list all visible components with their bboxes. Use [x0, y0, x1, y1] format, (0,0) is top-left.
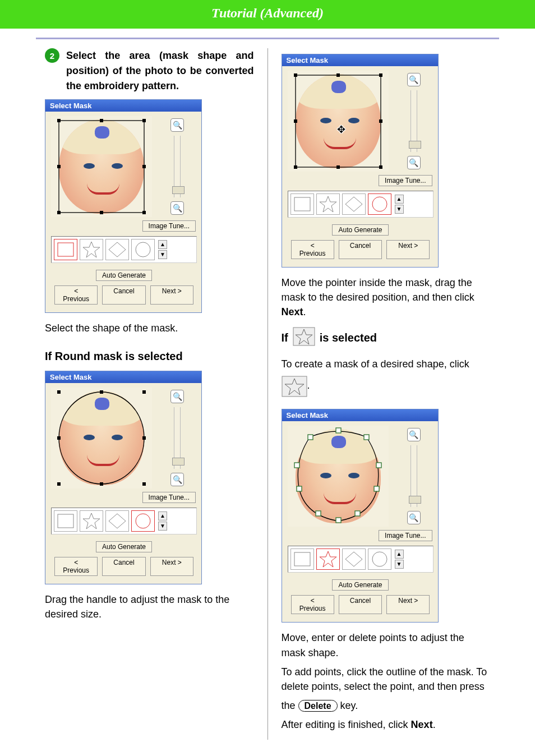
- shape-star[interactable]: [316, 193, 340, 215]
- cancel-button[interactable]: Cancel: [339, 240, 382, 259]
- svg-rect-15: [100, 390, 103, 394]
- shape-star[interactable]: [80, 239, 103, 260]
- zoom-in-button[interactable]: 🔍: [407, 428, 421, 441]
- auto-generate-button[interactable]: Auto Generate: [332, 224, 388, 236]
- next-button[interactable]: Next >: [386, 595, 430, 614]
- shape-scroll-down[interactable]: ▼: [395, 205, 404, 214]
- cancel-button[interactable]: Cancel: [102, 285, 145, 305]
- zoom-in-button[interactable]: 🔍: [170, 390, 184, 403]
- image-tune-button[interactable]: Image Tune...: [379, 530, 432, 541]
- zoom-out-button[interactable]: 🔍: [407, 511, 421, 524]
- svg-rect-32: [294, 165, 297, 169]
- zoom-in-button[interactable]: 🔍: [170, 118, 184, 132]
- svg-rect-53: [294, 552, 310, 566]
- svg-rect-3: [142, 119, 146, 122]
- svg-marker-24: [109, 514, 126, 528]
- mask-shape-selector: ▲▼: [51, 236, 197, 263]
- svg-marker-37: [345, 197, 362, 211]
- svg-point-13: [59, 392, 144, 484]
- step-number-badge: 2: [45, 48, 59, 63]
- next-button[interactable]: Next >: [150, 557, 193, 576]
- shape-scroll-down[interactable]: ▼: [395, 560, 404, 569]
- svg-rect-27: [294, 73, 297, 77]
- svg-point-25: [136, 514, 150, 528]
- shape-diamond[interactable]: [342, 193, 366, 215]
- caption-move-pointer: Move the pointer inside the mask, drag t…: [282, 275, 491, 319]
- next-button[interactable]: Next >: [150, 285, 193, 305]
- shape-round[interactable]: [368, 193, 391, 215]
- svg-rect-50: [316, 511, 321, 516]
- mask-preview[interactable]: [51, 116, 152, 217]
- svg-rect-26: [296, 75, 381, 167]
- delete-key-label: Delete: [298, 700, 338, 712]
- shape-rectangle[interactable]: [54, 239, 77, 260]
- zoom-slider[interactable]: [174, 136, 181, 197]
- zoom-out-button[interactable]: 🔍: [407, 156, 421, 169]
- svg-rect-31: [379, 119, 382, 123]
- cancel-button[interactable]: Cancel: [102, 557, 145, 576]
- auto-generate-button[interactable]: Auto Generate: [332, 579, 388, 591]
- svg-rect-29: [379, 73, 382, 77]
- svg-rect-8: [142, 211, 146, 214]
- auto-generate-button[interactable]: Auto Generate: [96, 541, 152, 552]
- star-mask-icon: [293, 327, 315, 349]
- image-tune-button[interactable]: Image Tune...: [142, 220, 196, 232]
- dialog-title: Select Mask: [282, 409, 438, 421]
- previous-button[interactable]: < Previous: [54, 557, 98, 576]
- zoom-slider[interactable]: [174, 407, 181, 469]
- mask-preview[interactable]: [288, 426, 389, 527]
- shape-diamond[interactable]: [342, 548, 366, 570]
- column-divider: [268, 48, 268, 740]
- zoom-out-button[interactable]: 🔍: [170, 201, 184, 215]
- shape-scroll-up[interactable]: ▲: [395, 195, 404, 204]
- shape-diamond[interactable]: [105, 510, 129, 532]
- shape-round[interactable]: [131, 510, 155, 532]
- caption-create-mask: To create a mask of a desired shape, cli…: [282, 357, 491, 401]
- zoom-slider[interactable]: [411, 90, 417, 152]
- move-cursor-icon: ✥: [337, 123, 345, 136]
- shape-round[interactable]: [131, 239, 155, 260]
- next-button[interactable]: Next >: [386, 240, 430, 259]
- dialog-title: Select Mask: [45, 371, 201, 383]
- image-tune-button[interactable]: Image Tune...: [142, 492, 196, 503]
- page-header: Tutorial (Advanced): [0, 0, 535, 29]
- svg-rect-34: [379, 165, 382, 169]
- previous-button[interactable]: < Previous: [291, 595, 334, 614]
- zoom-controls: 🔍 🔍: [152, 388, 197, 488]
- svg-rect-9: [58, 243, 73, 256]
- shape-rectangle[interactable]: [54, 510, 77, 532]
- zoom-out-icon: 🔍: [173, 204, 182, 213]
- image-tune-button[interactable]: Image Tune...: [379, 175, 432, 186]
- svg-rect-5: [142, 165, 146, 168]
- shape-rectangle[interactable]: [290, 548, 314, 570]
- svg-rect-18: [142, 436, 146, 440]
- previous-button[interactable]: < Previous: [54, 285, 98, 305]
- shape-scroll-up[interactable]: ▲: [158, 511, 167, 520]
- mask-preview[interactable]: [51, 388, 152, 488]
- shape-round[interactable]: [368, 548, 391, 570]
- shape-star[interactable]: [316, 548, 340, 570]
- previous-button[interactable]: < Previous: [291, 240, 334, 259]
- svg-rect-20: [100, 482, 103, 486]
- mask-preview[interactable]: ✥: [288, 71, 389, 172]
- svg-rect-4: [57, 165, 61, 168]
- zoom-slider[interactable]: [411, 445, 417, 507]
- left-column: 2 Select the area (mask shape and positi…: [36, 48, 263, 740]
- shape-rectangle[interactable]: [290, 193, 314, 215]
- shape-star[interactable]: [80, 510, 103, 532]
- auto-generate-button[interactable]: Auto Generate: [96, 270, 152, 281]
- zoom-in-button[interactable]: 🔍: [407, 73, 421, 86]
- shape-scroll-down[interactable]: ▼: [158, 250, 167, 259]
- svg-marker-36: [320, 196, 336, 212]
- star-mask-icon: [282, 376, 307, 401]
- shape-diamond[interactable]: [105, 239, 129, 260]
- svg-rect-48: [355, 511, 360, 516]
- select-mask-dialog-round: Select Mask: [45, 371, 202, 584]
- svg-rect-39: [293, 328, 315, 345]
- zoom-out-button[interactable]: 🔍: [170, 473, 184, 486]
- cancel-button[interactable]: Cancel: [339, 595, 382, 614]
- mask-shape-selector: ▲▼: [51, 508, 197, 534]
- shape-scroll-up[interactable]: ▲: [395, 550, 404, 559]
- shape-scroll-up[interactable]: ▲: [158, 240, 167, 249]
- shape-scroll-down[interactable]: ▼: [158, 522, 167, 531]
